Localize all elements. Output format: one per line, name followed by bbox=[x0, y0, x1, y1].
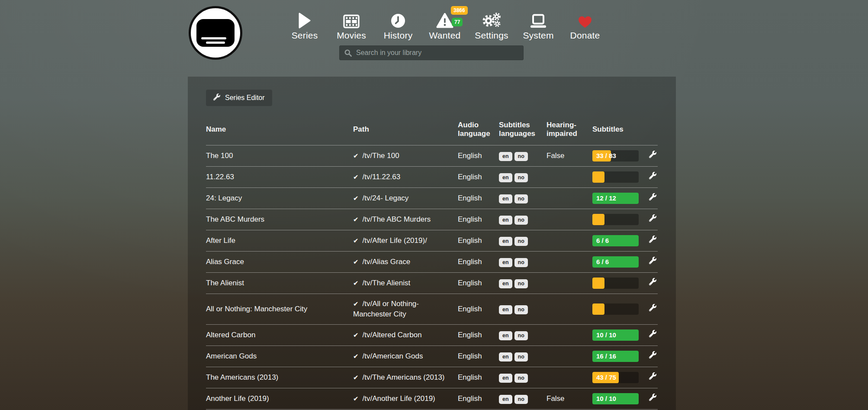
bazarr-logo[interactable] bbox=[189, 6, 242, 60]
wrench-icon[interactable] bbox=[649, 172, 656, 182]
check-icon: ✔ bbox=[353, 258, 359, 265]
subtitle-language-badge: en bbox=[499, 152, 512, 161]
audio-language: English bbox=[458, 367, 499, 388]
table-row: 24: Legacy ✔/tv/24- Legacy English enno … bbox=[206, 188, 658, 209]
subtitle-language-badge: en bbox=[499, 194, 512, 203]
heart-icon bbox=[578, 10, 592, 29]
nav-item-wanted[interactable]: Wanted 3866 77 bbox=[421, 10, 468, 41]
audio-language: English bbox=[458, 145, 499, 167]
subtitle-language-badge: no bbox=[514, 352, 528, 362]
hearing-impaired-value bbox=[547, 167, 592, 188]
series-editor-label: Series Editor bbox=[225, 94, 265, 102]
nav-item-settings[interactable]: Settings bbox=[468, 10, 515, 41]
subtitle-language-badge: en bbox=[499, 237, 512, 246]
check-icon: ✔ bbox=[353, 352, 359, 360]
audio-language: English bbox=[458, 209, 499, 230]
header-name: Name bbox=[206, 116, 353, 145]
nav-item-movies[interactable]: Movies bbox=[328, 10, 375, 41]
wrench-icon[interactable] bbox=[649, 236, 656, 246]
progress-fill bbox=[592, 171, 604, 183]
wrench-icon[interactable] bbox=[649, 330, 656, 340]
table-row: After Life ✔/tv/After Life (2019)/ Engli… bbox=[206, 230, 658, 252]
subtitles-progress bbox=[592, 303, 639, 315]
subtitles-progress: 16 / 16 bbox=[592, 351, 639, 362]
series-editor-button[interactable]: Series Editor bbox=[206, 90, 272, 106]
series-table-body: The 100 ✔/tv/The 100 English enno False … bbox=[206, 145, 658, 410]
series-name: After Life bbox=[206, 230, 353, 252]
subtitle-language-badge: en bbox=[499, 305, 512, 314]
progress-fill bbox=[592, 278, 604, 289]
series-name: 11.22.63 bbox=[206, 167, 353, 188]
nav-label: Series bbox=[292, 30, 318, 41]
nav-item-donate[interactable]: Donate bbox=[562, 10, 608, 41]
audio-language: English bbox=[458, 230, 499, 252]
audio-language: English bbox=[458, 388, 499, 410]
hearing-impaired-value bbox=[547, 273, 592, 294]
wrench-icon[interactable] bbox=[649, 214, 656, 225]
subtitles-progress: 10 / 10 bbox=[592, 393, 639, 404]
wrench-icon[interactable] bbox=[649, 394, 656, 404]
subtitle-language-badge: no bbox=[514, 216, 528, 225]
table-header-row: Name Path Audio language Subtitles langu… bbox=[206, 116, 658, 145]
subtitle-language-badge: no bbox=[514, 194, 528, 203]
nav-item-system[interactable]: System bbox=[515, 10, 562, 41]
subtitles-languages: enno bbox=[499, 388, 547, 410]
wrench-icon[interactable] bbox=[649, 304, 656, 314]
progress-fill bbox=[592, 303, 604, 315]
subtitles-languages: enno bbox=[499, 294, 547, 325]
hearing-impaired-value: False bbox=[547, 145, 592, 167]
header-subtitles-languages: Subtitles languages bbox=[499, 116, 547, 145]
wrench-icon[interactable] bbox=[649, 257, 656, 267]
wanted-success-badge[interactable]: 77 bbox=[452, 18, 463, 26]
series-name: The Americans (2013) bbox=[206, 367, 353, 388]
subtitles-progress: 43 / 75 bbox=[592, 372, 639, 383]
subtitles-progress: 10 / 10 bbox=[592, 329, 639, 341]
subtitles-progress: 6 / 6 bbox=[592, 256, 639, 268]
table-row: Altered Carbon ✔/tv/Altered Carbon Engli… bbox=[206, 325, 658, 346]
wrench-icon bbox=[213, 94, 220, 102]
wrench-icon[interactable] bbox=[649, 372, 656, 383]
hearing-impaired-value bbox=[547, 346, 592, 367]
subtitle-language-badge: no bbox=[514, 258, 528, 267]
table-row: The ABC Murders ✔/tv/The ABC Murders Eng… bbox=[206, 209, 658, 230]
audio-language: English bbox=[458, 188, 499, 209]
series-path: /tv/After Life (2019)/ bbox=[363, 236, 427, 245]
search-input[interactable] bbox=[339, 45, 524, 60]
progress-label: 10 / 10 bbox=[596, 393, 616, 404]
check-icon: ✔ bbox=[353, 194, 359, 202]
header-audio-language: Audio language bbox=[458, 116, 499, 145]
check-icon: ✔ bbox=[353, 237, 359, 244]
wanted-warning-badge[interactable]: 3866 bbox=[451, 6, 468, 15]
subtitles-progress bbox=[592, 278, 639, 289]
nav-label: Wanted bbox=[429, 30, 461, 41]
hearing-impaired-value bbox=[547, 209, 592, 230]
subtitles-progress: 33 / 83 bbox=[592, 150, 639, 161]
wrench-icon[interactable] bbox=[649, 151, 656, 161]
gears-icon bbox=[482, 10, 502, 29]
progress-label: 33 / 83 bbox=[596, 150, 616, 161]
subtitles-languages: enno bbox=[499, 252, 547, 273]
hearing-impaired-value bbox=[547, 252, 592, 273]
subtitle-language-badge: en bbox=[499, 216, 512, 225]
wrench-icon[interactable] bbox=[649, 278, 656, 288]
series-path: /tv/Alias Grace bbox=[363, 258, 411, 266]
nav-item-history[interactable]: History bbox=[375, 10, 421, 41]
series-name: The 100 bbox=[206, 145, 353, 167]
audio-language: English bbox=[458, 294, 499, 325]
series-path: /tv/The ABC Murders bbox=[363, 215, 431, 223]
wrench-icon[interactable] bbox=[649, 351, 656, 362]
audio-language: English bbox=[458, 167, 499, 188]
series-name: The Alienist bbox=[206, 273, 353, 294]
wrench-icon[interactable] bbox=[649, 193, 656, 203]
series-path: /tv/The Alienist bbox=[363, 279, 411, 287]
subtitles-languages: enno bbox=[499, 145, 547, 167]
progress-label: 16 / 16 bbox=[596, 351, 616, 362]
nav-item-series[interactable]: Series bbox=[281, 10, 328, 41]
progress-label: 6 / 6 bbox=[596, 235, 609, 246]
series-name: Alias Grace bbox=[206, 252, 353, 273]
series-path: /tv/All or Nothing- Manchester City bbox=[353, 300, 419, 318]
series-path: /tv/Altered Carbon bbox=[363, 331, 422, 339]
table-row: The Alienist ✔/tv/The Alienist English e… bbox=[206, 273, 658, 294]
series-path: /tv/Another Life (2019) bbox=[363, 394, 435, 403]
series-table: Name Path Audio language Subtitles langu… bbox=[206, 116, 658, 410]
